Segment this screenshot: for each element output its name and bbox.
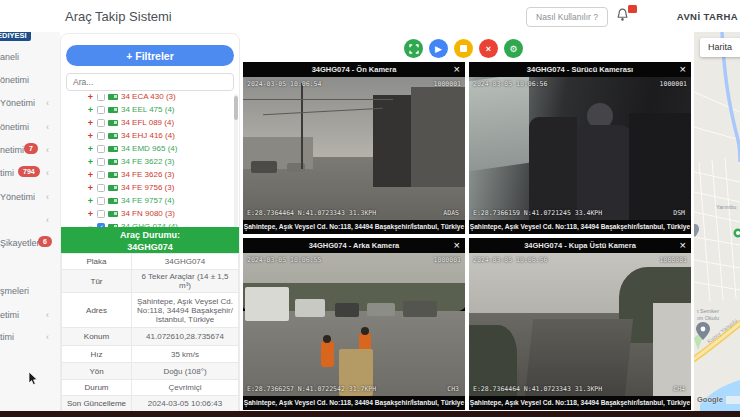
sidebar-item-10[interactable]: etimi‹ [0, 308, 60, 324]
plate-label[interactable]: 34 ECA 430 (3) [121, 94, 176, 101]
timestamp-overlay: 2024-03-05 10:06:54 [247, 80, 321, 88]
plate-label[interactable]: 34 EEL 475 (4) [121, 105, 175, 114]
expander-icon[interactable]: + [87, 170, 94, 180]
plate-label[interactable]: 34 FN 9080 (3) [121, 209, 175, 218]
tree-row[interactable]: + 34 FN 9080 (3) [63, 207, 233, 220]
expander-icon[interactable]: + [87, 144, 94, 154]
sidebar-item-4[interactable]: netimi7‹ [0, 143, 60, 159]
tree-row[interactable]: + 34 EFL 089 (4) [63, 116, 233, 129]
sidebar-item-9[interactable]: şmeleri [0, 284, 60, 300]
tree-row[interactable]: + 34 ECA 430 (3) [63, 94, 233, 103]
camera-feed-driver: 34GHG074 - Sürücü Kamerası × 2024-03-05 … [469, 62, 691, 234]
plate-label[interactable]: 34 EHJ 416 (4) [121, 131, 175, 140]
sidebar-item-3[interactable]: önetimi‹ [0, 120, 60, 136]
channel-tag: DSM [673, 209, 685, 217]
truck-icon [108, 94, 118, 100]
google-logo: Google [697, 395, 723, 404]
vehicle-checkbox[interactable] [97, 132, 105, 140]
plate-label[interactable]: 34 FE 3622 (3) [121, 157, 174, 166]
vehicle-checkbox[interactable] [97, 106, 105, 114]
stop-icon [460, 45, 467, 52]
vehicle-checkbox[interactable] [97, 158, 105, 166]
tree-row[interactable]: + 34 FE 9756 (3) [63, 181, 233, 194]
gps-overlay: E:28.7366257 N:41.0722542 31.7KPH [247, 385, 376, 393]
camera-address-bar: Şahintepe, Aşık Veysel Cd. No:118, 34494… [243, 220, 465, 234]
plate-label[interactable]: 34 FE 3626 (3) [121, 170, 174, 179]
plate-label[interactable]: 34 FE 9756 (3) [121, 183, 174, 192]
vehicle-checkbox[interactable] [97, 210, 105, 218]
close-camera-icon[interactable]: × [680, 238, 686, 253]
sidebar-item-0[interactable]: aneli [0, 50, 60, 66]
notification-badge [628, 5, 637, 13]
map-panel[interactable]: Harita Yarımbu t Semker ım Okulu Kuzey Y… [694, 32, 740, 412]
filters-button[interactable]: + Filtreler [66, 45, 234, 66]
user-name[interactable]: AVNİ TARHA [677, 11, 738, 22]
help-button[interactable]: Nasıl Kullanılır ? [526, 7, 608, 27]
scrollbar-thumb[interactable] [234, 96, 238, 120]
expander-icon[interactable]: + [87, 196, 94, 206]
gps-overlay: E:28.7366159 N:41.0721245 33.4KPH [473, 209, 602, 217]
settings-button[interactable]: ⚙ [504, 39, 523, 58]
tree-row[interactable]: + 34 EEL 475 (4) [63, 103, 233, 116]
stop-button[interactable] [454, 39, 473, 58]
sidebar-item-7[interactable]: ‹ [0, 213, 60, 229]
vehicle-checkbox[interactable] [97, 94, 105, 101]
map-label-district: Yarımbu [716, 204, 736, 210]
close-camera-icon[interactable]: × [454, 62, 460, 77]
close-camera-icon[interactable]: × [680, 62, 686, 77]
play-button[interactable]: ▶ [429, 39, 448, 58]
tree-row[interactable]: + 34 EMD 965 (4) [63, 142, 233, 155]
chevron-left-icon: ‹ [46, 122, 49, 132]
vehicle-details-table: Plaka34GHG074 Tür6 Teker Araçlar (14 ± 1… [61, 253, 239, 412]
vehicle-checkbox[interactable] [97, 184, 105, 192]
table-row: Son Güncelleme2024-03-05 10:06:43 [62, 396, 239, 412]
tree-row[interactable]: + 34 FE 9757 (4) [63, 194, 233, 207]
plate-label[interactable]: 34 FE 9757 (4) [121, 196, 174, 205]
camera-address-bar: Şahintepe, Aşık Veysel Cd. No:118, 34494… [243, 396, 465, 410]
tree-row[interactable]: + 34 EHJ 416 (4) [63, 129, 233, 142]
chevron-left-icon: ‹ [46, 145, 49, 155]
sidebar-item-8[interactable]: Şikayetler6 [0, 236, 60, 252]
camera-title: 34GHG074 - Sürücü Kamerası [469, 62, 691, 77]
timestamp-overlay: 2024-03-05 10:06:55 [247, 256, 321, 264]
channel-tag: ADAS [443, 209, 459, 217]
truck-icon [108, 107, 118, 113]
tree-row-selected[interactable]: − ✓ 34 GHG 074 (4) [63, 220, 233, 227]
vehicle-checkbox[interactable] [97, 197, 105, 205]
truck-icon [108, 120, 118, 126]
plate-label[interactable]: 34 EMD 965 (4) [121, 144, 177, 153]
vehicle-checkbox[interactable] [97, 145, 105, 153]
fullscreen-button[interactable] [404, 39, 423, 58]
sidebar-item-1[interactable]: önetimi [0, 73, 60, 89]
expander-icon[interactable]: + [87, 118, 94, 128]
map-label-school-line2: ım Okulu [697, 315, 719, 321]
expander-icon[interactable]: + [87, 209, 94, 219]
tree-row[interactable]: + 34 FE 3626 (3) [63, 168, 233, 181]
sidebar-item-5[interactable]: timi794‹ [0, 166, 60, 182]
chevron-left-icon: ‹ [46, 332, 49, 342]
chevron-left-icon: ‹ [46, 192, 49, 202]
chevron-left-icon: ‹ [46, 98, 49, 108]
expander-icon[interactable]: + [87, 183, 94, 193]
notifications-button[interactable] [616, 8, 632, 24]
sidebar-item-2[interactable]: Yönetimi‹ [0, 96, 60, 112]
sidebar-item-6[interactable]: Yönetimi‹ [0, 190, 60, 206]
tree-scrollbar[interactable] [234, 94, 238, 227]
camera-title: 34GHG074 - Kupa Üstü Kamera [469, 238, 691, 253]
close-all-button[interactable]: × [479, 39, 498, 58]
camera-controls: ▶ × ⚙ [404, 39, 523, 58]
expander-icon[interactable]: + [87, 105, 94, 115]
expander-icon[interactable]: + [87, 157, 94, 167]
map-tab-harita[interactable]: Harita [700, 38, 740, 57]
close-camera-icon[interactable]: × [454, 238, 460, 253]
expander-icon[interactable]: + [87, 94, 94, 102]
search-input[interactable] [66, 73, 234, 91]
vehicle-checkbox[interactable] [97, 171, 105, 179]
plate-label[interactable]: 34 EFL 089 (4) [121, 118, 174, 127]
tree-row[interactable]: + 34 FE 3622 (3) [63, 155, 233, 168]
vehicle-checkbox[interactable] [97, 119, 105, 127]
chevron-left-icon: ‹ [46, 310, 49, 320]
sidebar-item-11[interactable]: timi‹ [0, 330, 60, 346]
expander-icon[interactable]: + [87, 131, 94, 141]
truck-icon [108, 185, 118, 191]
